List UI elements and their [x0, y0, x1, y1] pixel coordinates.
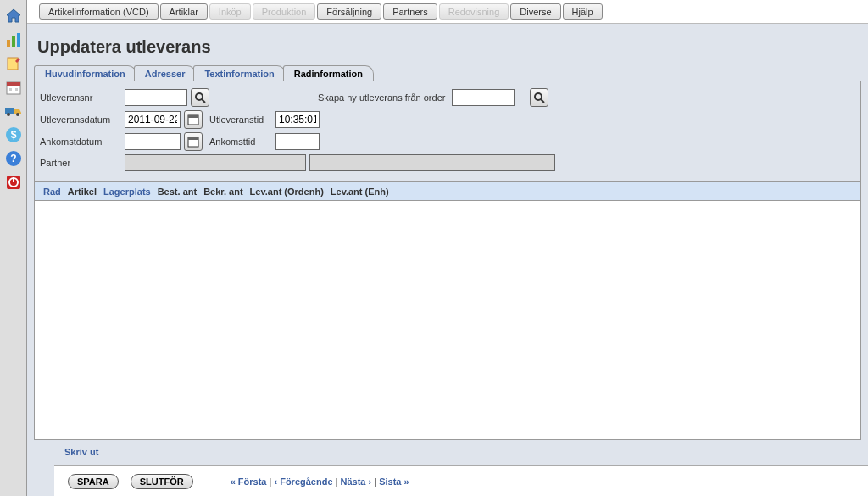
col-levant-enh[interactable]: Lev.ant (Enh) — [327, 187, 392, 197]
note-icon[interactable] — [4, 54, 23, 73]
home-icon[interactable] — [4, 7, 23, 25]
col-levant-ordenh[interactable]: Lev.ant (Ordenh) — [247, 187, 327, 197]
svg-rect-25 — [188, 137, 198, 140]
table-header-row: Rad Artikel Lagerplats Best. ant Bekr. a… — [35, 182, 860, 201]
ankomstdatum-input[interactable] — [125, 133, 181, 150]
print-link[interactable]: Skriv ut — [64, 447, 98, 457]
pager-next[interactable]: Nästa › — [341, 476, 372, 487]
header-form: Utleveransnr Skapa ny utleverans från or… — [34, 81, 861, 182]
top-menu-bar: Artikelinformation (VCD) Artiklar Inköp … — [27, 0, 868, 24]
menu-hjalp[interactable]: Hjälp — [563, 3, 603, 20]
ankomsttid-label: Ankomsttid — [209, 137, 272, 147]
menu-inkop: Inköp — [209, 3, 251, 20]
svg-line-19 — [202, 99, 205, 103]
utleveransnr-input[interactable] — [125, 89, 187, 106]
utleveransdatum-label: Utleveransdatum — [40, 114, 121, 125]
page-title: Uppdatera utleverans — [27, 24, 868, 65]
skapa-label: Skapa ny utleverans från order — [318, 92, 445, 103]
menu-redovisning: Redovisning — [439, 3, 509, 20]
finish-button[interactable]: SLUTFÖR — [131, 474, 193, 489]
tab-radinformation[interactable]: Radinformation — [283, 65, 374, 81]
svg-point-20 — [535, 93, 542, 100]
chart-icon[interactable] — [4, 31, 23, 49]
partner-name-input — [309, 154, 555, 171]
col-bekr-ant[interactable]: Bekr. ant — [200, 187, 246, 197]
help-icon[interactable]: ? — [4, 149, 23, 168]
utleveranstid-label: Utleveranstid — [209, 114, 272, 125]
menu-artiklar[interactable]: Artiklar — [160, 3, 208, 20]
menu-partners[interactable]: Partners — [383, 3, 437, 20]
skapa-order-input[interactable] — [452, 89, 515, 106]
ankomsttid-input[interactable] — [275, 133, 320, 150]
col-lagerplats[interactable]: Lagerplats — [100, 187, 154, 197]
main-content: Uppdatera utleverans Huvudinformation Ad… — [27, 24, 868, 496]
svg-point-10 — [16, 113, 19, 116]
footer-links: Skriv ut — [64, 447, 98, 457]
svg-rect-2 — [17, 33, 20, 47]
utleveranstid-input[interactable] — [275, 111, 320, 128]
svg-rect-1 — [12, 36, 15, 47]
svg-text:?: ? — [10, 153, 16, 164]
skapa-lookup-button[interactable] — [530, 88, 548, 107]
partner-input — [125, 154, 306, 171]
svg-rect-17 — [13, 177, 14, 182]
tab-adresser[interactable]: Adresser — [134, 65, 197, 81]
svg-line-21 — [541, 99, 544, 103]
svg-rect-5 — [7, 82, 20, 86]
col-artikel[interactable]: Artikel — [64, 187, 100, 197]
utleveransnr-lookup-button[interactable] — [191, 88, 209, 107]
svg-rect-7 — [15, 88, 18, 91]
svg-rect-3 — [8, 58, 18, 70]
ankomstdatum-calendar-button[interactable] — [184, 132, 203, 151]
calendar-icon[interactable] — [4, 78, 23, 97]
menu-forsaljning[interactable]: Försäljning — [317, 3, 381, 20]
menu-produktion: Produktion — [253, 3, 316, 20]
line-table: Rad Artikel Lagerplats Best. ant Bekr. a… — [34, 182, 861, 440]
utleveransdatum-input[interactable] — [125, 111, 181, 128]
menu-diverse[interactable]: Diverse — [510, 3, 560, 20]
utleveransdatum-calendar-button[interactable] — [184, 110, 203, 129]
svg-rect-0 — [7, 40, 10, 47]
tab-huvudinformation[interactable]: Huvudinformation — [34, 65, 136, 81]
bottom-action-bar: SPARA SLUTFÖR « Första | ‹ Föregående | … — [54, 465, 868, 496]
left-sidebar: $ ? — [0, 0, 27, 496]
truck-icon[interactable] — [4, 102, 23, 120]
tab-textinformation[interactable]: Textinformation — [193, 65, 285, 81]
save-button[interactable]: SPARA — [68, 474, 119, 489]
pager: « Första | ‹ Föregående | Nästa › | Sist… — [231, 476, 409, 487]
svg-rect-6 — [9, 88, 12, 91]
utleveransnr-label: Utleveransnr — [40, 92, 121, 103]
svg-point-18 — [196, 93, 203, 100]
pager-last[interactable]: Sista » — [379, 476, 409, 487]
pager-prev[interactable]: ‹ Föregående — [274, 476, 332, 487]
power-icon[interactable] — [4, 173, 23, 192]
pager-first[interactable]: « Första — [231, 476, 267, 487]
folder-tabs: Huvudinformation Adresser Textinformatio… — [34, 65, 861, 81]
svg-rect-8 — [5, 108, 14, 114]
money-icon[interactable]: $ — [4, 125, 23, 144]
svg-rect-23 — [188, 115, 198, 118]
svg-point-9 — [7, 113, 10, 116]
col-rad[interactable]: Rad — [40, 187, 64, 197]
svg-text:$: $ — [10, 129, 16, 141]
ankomstdatum-label: Ankomstdatum — [40, 137, 121, 147]
partner-label: Partner — [40, 158, 121, 168]
col-best-ant[interactable]: Best. ant — [154, 187, 200, 197]
menu-artikelinformation[interactable]: Artikelinformation (VCD) — [39, 3, 159, 20]
